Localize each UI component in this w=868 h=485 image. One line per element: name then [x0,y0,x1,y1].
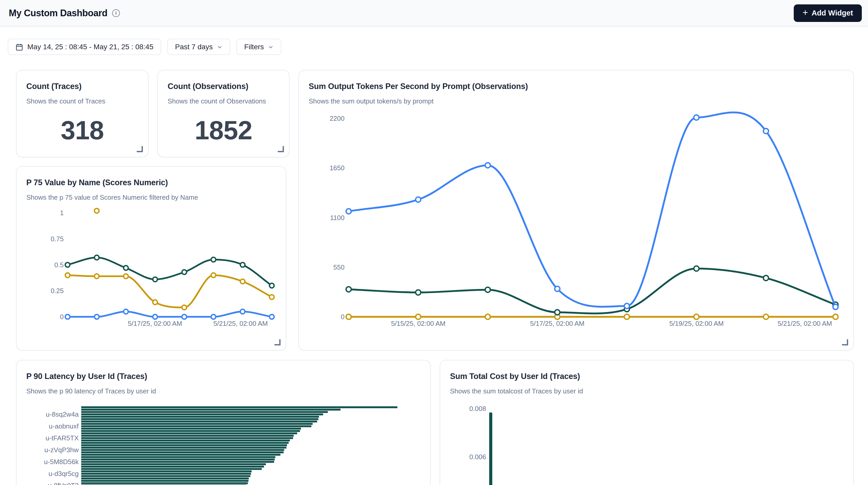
svg-text:u-5M8D56k: u-5M8D56k [44,458,79,466]
date-preset-value: Past 7 days [175,43,213,51]
svg-text:5/21/25, 02:00 AM: 5/21/25, 02:00 AM [213,320,268,327]
widget-title: Count (Observations) [167,82,279,91]
resize-handle-icon[interactable] [842,339,848,345]
svg-text:1650: 1650 [330,164,344,172]
widget-title: P 90 Latency by User Id (Traces) [26,372,420,381]
top-bar: My Custom Dashboard i + Add Widget [0,0,868,27]
svg-text:0.008: 0.008 [469,405,486,413]
resize-handle-icon[interactable] [278,146,284,152]
widget-title: Sum Total Cost by User Id (Traces) [450,372,843,381]
svg-text:1: 1 [60,209,64,217]
filters-dropdown[interactable]: Filters [237,39,281,55]
chevron-down-icon [217,44,222,50]
svg-text:0.006: 0.006 [469,453,486,461]
resize-handle-icon[interactable] [137,146,143,152]
date-range-value: May 14, 25 : 08:45 - May 21, 25 : 08:45 [27,43,153,51]
svg-text:u-8sq2w4a: u-8sq2w4a [46,411,79,418]
widget-description: Shows the count of Observations [167,97,279,105]
svg-text:u-tFAR5TX: u-tFAR5TX [45,434,79,442]
svg-text:2200: 2200 [330,115,344,122]
svg-text:5/17/25, 02:00 AM: 5/17/25, 02:00 AM [530,320,584,327]
widget-p75-value-by-name: 00.250.50.7515/17/25, 02:00 AM5/21/25, 0… [16,166,286,351]
count-traces-value: 318 [17,114,148,147]
widget-description: Shows the sum output tokens/s by prompt [309,97,843,105]
svg-text:5/15/25, 02:00 AM: 5/15/25, 02:00 AM [391,320,445,327]
widget-p90-latency: u-8sq2w4au-aobnuxfu-tFAR5TXu-zVqP3hwu-5M… [16,360,431,485]
svg-text:0: 0 [60,313,64,321]
svg-text:5/17/25, 02:00 AM: 5/17/25, 02:00 AM [128,320,182,327]
calendar-icon [16,43,23,51]
count-observations-value: 1852 [158,114,289,147]
filter-toolbar: May 14, 25 : 08:45 - May 21, 25 : 08:45 … [8,39,281,55]
date-preset-dropdown[interactable]: Past 7 days [167,39,230,55]
widget-title: Sum Output Tokens Per Second by Prompt (… [309,82,843,91]
widget-total-cost: 0.0080.006 Sum Total Cost by User Id (Tr… [440,360,854,485]
svg-text:0.25: 0.25 [51,287,64,295]
svg-text:u-d3qr5cg: u-d3qr5cg [49,470,79,478]
svg-text:u-8fVa9T3: u-8fVa9T3 [48,482,79,485]
svg-text:0.5: 0.5 [54,261,64,269]
svg-text:0: 0 [341,313,344,321]
resize-handle-icon[interactable] [274,339,281,345]
svg-text:1100: 1100 [330,214,344,222]
widget-title: P 75 Value by Name (Scores Numeric) [26,178,276,187]
date-range-picker[interactable]: May 14, 25 : 08:45 - May 21, 25 : 08:45 [8,39,161,55]
svg-text:5/21/25, 02:00 AM: 5/21/25, 02:00 AM [777,320,832,327]
info-icon[interactable]: i [112,9,120,17]
widget-description: Shows the p 75 value of Scores Numeric f… [26,193,276,202]
filters-label: Filters [244,43,264,51]
add-widget-button[interactable]: + Add Widget [794,4,862,22]
widget-count-observations: Count (Observations) Shows the count of … [157,70,289,157]
widget-title: Count (Traces) [26,82,138,91]
page-title: My Custom Dashboard [9,8,107,19]
chevron-down-icon [268,44,274,50]
widget-description: Shows the p 90 latency of Traces by user… [26,387,420,395]
tokens-line-chart[interactable]: 05501100165022005/15/25, 02:00 AM5/17/25… [299,70,854,351]
svg-text:5/19/25, 02:00 AM: 5/19/25, 02:00 AM [669,320,723,327]
widget-tokens-per-second: 05501100165022005/15/25, 02:00 AM5/17/25… [298,70,854,351]
svg-text:550: 550 [334,263,344,271]
widget-description: Shows the count of Traces [26,97,138,105]
svg-text:u-zVqP3hw: u-zVqP3hw [44,446,79,454]
add-widget-label: Add Widget [811,9,853,17]
widget-count-traces: Count (Traces) Shows the count of Traces… [16,70,149,157]
svg-text:0.75: 0.75 [51,235,64,243]
widget-description: Shows the sum totalcost of Traces by use… [450,387,843,395]
svg-text:u-aobnuxf: u-aobnuxf [49,422,79,430]
